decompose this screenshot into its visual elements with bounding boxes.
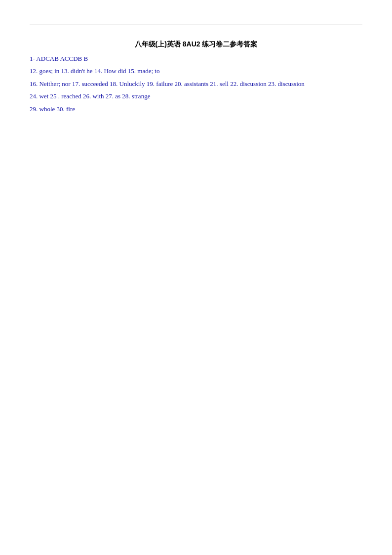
answer-line-2: 12. goes; in 13. didn't he 14. How did 1…	[30, 65, 362, 77]
answer-line-1: 1- ADCAB ACCDB B	[30, 53, 362, 64]
answer-content: 1- ADCAB ACCDB B 12. goes; in 13. didn't…	[30, 53, 362, 115]
page: 八年级(上)英语 8AU2 练习卷二参考答案 1- ADCAB ACCDB B …	[0, 0, 392, 555]
top-divider	[30, 25, 362, 25]
answer-line-5: 29. whole 30. fire	[30, 103, 362, 115]
answer-line-4: 24. wet 25 . reached 26. with 27. as 28.…	[30, 90, 362, 102]
page-title: 八年级(上)英语 8AU2 练习卷二参考答案	[30, 40, 362, 49]
answer-line-3: 16. Neither; nor 17. succeeded 18. Unluc…	[30, 78, 362, 89]
